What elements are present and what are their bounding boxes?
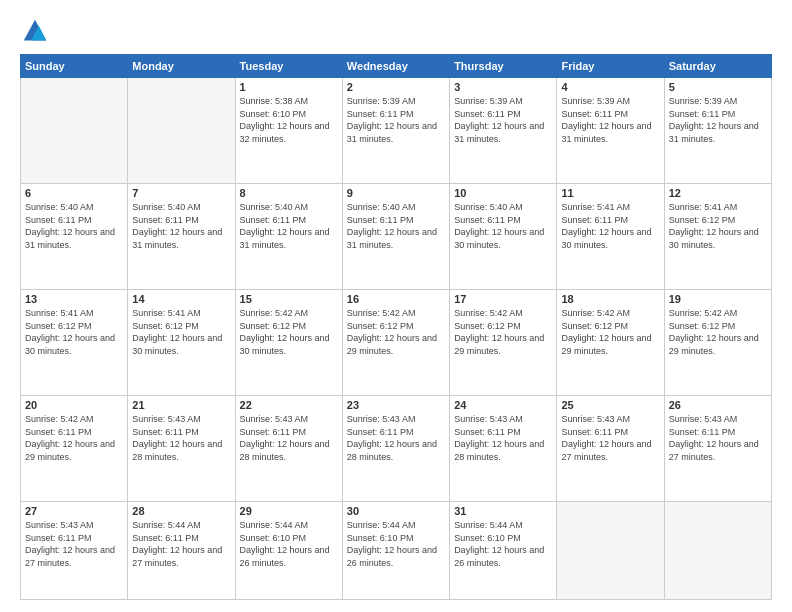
calendar-cell: 10Sunrise: 5:40 AM Sunset: 6:11 PM Dayli… [450,184,557,290]
day-info: Sunrise: 5:41 AM Sunset: 6:12 PM Dayligh… [25,307,123,357]
calendar-cell [557,502,664,600]
calendar-cell: 23Sunrise: 5:43 AM Sunset: 6:11 PM Dayli… [342,396,449,502]
day-info: Sunrise: 5:39 AM Sunset: 6:11 PM Dayligh… [669,95,767,145]
day-info: Sunrise: 5:43 AM Sunset: 6:11 PM Dayligh… [240,413,338,463]
day-number: 4 [561,81,659,93]
calendar-header-monday: Monday [128,55,235,78]
calendar-cell: 21Sunrise: 5:43 AM Sunset: 6:11 PM Dayli… [128,396,235,502]
day-info: Sunrise: 5:42 AM Sunset: 6:11 PM Dayligh… [25,413,123,463]
day-number: 22 [240,399,338,411]
day-info: Sunrise: 5:44 AM Sunset: 6:11 PM Dayligh… [132,519,230,569]
calendar-cell: 9Sunrise: 5:40 AM Sunset: 6:11 PM Daylig… [342,184,449,290]
day-number: 21 [132,399,230,411]
calendar-cell: 3Sunrise: 5:39 AM Sunset: 6:11 PM Daylig… [450,78,557,184]
day-info: Sunrise: 5:43 AM Sunset: 6:11 PM Dayligh… [669,413,767,463]
calendar-header-thursday: Thursday [450,55,557,78]
calendar-cell: 30Sunrise: 5:44 AM Sunset: 6:10 PM Dayli… [342,502,449,600]
day-number: 1 [240,81,338,93]
day-number: 3 [454,81,552,93]
calendar-cell: 20Sunrise: 5:42 AM Sunset: 6:11 PM Dayli… [21,396,128,502]
day-number: 28 [132,505,230,517]
calendar-cell: 15Sunrise: 5:42 AM Sunset: 6:12 PM Dayli… [235,290,342,396]
calendar-week-row: 20Sunrise: 5:42 AM Sunset: 6:11 PM Dayli… [21,396,772,502]
calendar-cell [664,502,771,600]
day-info: Sunrise: 5:44 AM Sunset: 6:10 PM Dayligh… [240,519,338,569]
day-number: 27 [25,505,123,517]
calendar-table: SundayMondayTuesdayWednesdayThursdayFrid… [20,54,772,600]
calendar-cell: 17Sunrise: 5:42 AM Sunset: 6:12 PM Dayli… [450,290,557,396]
day-info: Sunrise: 5:42 AM Sunset: 6:12 PM Dayligh… [669,307,767,357]
calendar-cell: 12Sunrise: 5:41 AM Sunset: 6:12 PM Dayli… [664,184,771,290]
calendar-header-friday: Friday [557,55,664,78]
calendar-header-sunday: Sunday [21,55,128,78]
calendar-cell: 29Sunrise: 5:44 AM Sunset: 6:10 PM Dayli… [235,502,342,600]
calendar-cell: 6Sunrise: 5:40 AM Sunset: 6:11 PM Daylig… [21,184,128,290]
calendar-week-row: 27Sunrise: 5:43 AM Sunset: 6:11 PM Dayli… [21,502,772,600]
calendar-header-tuesday: Tuesday [235,55,342,78]
day-info: Sunrise: 5:44 AM Sunset: 6:10 PM Dayligh… [347,519,445,569]
day-number: 2 [347,81,445,93]
day-number: 20 [25,399,123,411]
calendar-week-row: 1Sunrise: 5:38 AM Sunset: 6:10 PM Daylig… [21,78,772,184]
day-info: Sunrise: 5:44 AM Sunset: 6:10 PM Dayligh… [454,519,552,569]
calendar-header-wednesday: Wednesday [342,55,449,78]
day-info: Sunrise: 5:42 AM Sunset: 6:12 PM Dayligh… [454,307,552,357]
day-info: Sunrise: 5:40 AM Sunset: 6:11 PM Dayligh… [240,201,338,251]
day-info: Sunrise: 5:42 AM Sunset: 6:12 PM Dayligh… [347,307,445,357]
day-info: Sunrise: 5:42 AM Sunset: 6:12 PM Dayligh… [240,307,338,357]
day-number: 17 [454,293,552,305]
day-number: 8 [240,187,338,199]
logo-icon [20,16,50,46]
calendar-cell: 26Sunrise: 5:43 AM Sunset: 6:11 PM Dayli… [664,396,771,502]
day-number: 9 [347,187,445,199]
calendar-header-row: SundayMondayTuesdayWednesdayThursdayFrid… [21,55,772,78]
day-number: 7 [132,187,230,199]
day-info: Sunrise: 5:43 AM Sunset: 6:11 PM Dayligh… [561,413,659,463]
day-info: Sunrise: 5:39 AM Sunset: 6:11 PM Dayligh… [347,95,445,145]
calendar-cell: 19Sunrise: 5:42 AM Sunset: 6:12 PM Dayli… [664,290,771,396]
calendar-cell: 18Sunrise: 5:42 AM Sunset: 6:12 PM Dayli… [557,290,664,396]
calendar-week-row: 13Sunrise: 5:41 AM Sunset: 6:12 PM Dayli… [21,290,772,396]
day-info: Sunrise: 5:39 AM Sunset: 6:11 PM Dayligh… [454,95,552,145]
calendar-cell [21,78,128,184]
calendar-cell: 8Sunrise: 5:40 AM Sunset: 6:11 PM Daylig… [235,184,342,290]
calendar-cell: 22Sunrise: 5:43 AM Sunset: 6:11 PM Dayli… [235,396,342,502]
day-number: 16 [347,293,445,305]
day-number: 25 [561,399,659,411]
calendar-cell: 5Sunrise: 5:39 AM Sunset: 6:11 PM Daylig… [664,78,771,184]
day-info: Sunrise: 5:41 AM Sunset: 6:12 PM Dayligh… [669,201,767,251]
calendar-cell: 7Sunrise: 5:40 AM Sunset: 6:11 PM Daylig… [128,184,235,290]
day-info: Sunrise: 5:41 AM Sunset: 6:11 PM Dayligh… [561,201,659,251]
calendar-week-row: 6Sunrise: 5:40 AM Sunset: 6:11 PM Daylig… [21,184,772,290]
logo [20,16,54,46]
calendar-cell: 16Sunrise: 5:42 AM Sunset: 6:12 PM Dayli… [342,290,449,396]
day-number: 24 [454,399,552,411]
day-info: Sunrise: 5:38 AM Sunset: 6:10 PM Dayligh… [240,95,338,145]
day-info: Sunrise: 5:40 AM Sunset: 6:11 PM Dayligh… [454,201,552,251]
day-info: Sunrise: 5:40 AM Sunset: 6:11 PM Dayligh… [132,201,230,251]
day-info: Sunrise: 5:43 AM Sunset: 6:11 PM Dayligh… [132,413,230,463]
day-number: 6 [25,187,123,199]
day-number: 23 [347,399,445,411]
day-number: 31 [454,505,552,517]
day-number: 12 [669,187,767,199]
day-number: 29 [240,505,338,517]
day-info: Sunrise: 5:40 AM Sunset: 6:11 PM Dayligh… [347,201,445,251]
day-info: Sunrise: 5:43 AM Sunset: 6:11 PM Dayligh… [347,413,445,463]
day-info: Sunrise: 5:42 AM Sunset: 6:12 PM Dayligh… [561,307,659,357]
calendar-cell: 25Sunrise: 5:43 AM Sunset: 6:11 PM Dayli… [557,396,664,502]
day-info: Sunrise: 5:39 AM Sunset: 6:11 PM Dayligh… [561,95,659,145]
calendar-cell: 31Sunrise: 5:44 AM Sunset: 6:10 PM Dayli… [450,502,557,600]
day-info: Sunrise: 5:43 AM Sunset: 6:11 PM Dayligh… [25,519,123,569]
calendar-cell: 28Sunrise: 5:44 AM Sunset: 6:11 PM Dayli… [128,502,235,600]
calendar-header-saturday: Saturday [664,55,771,78]
calendar-cell: 1Sunrise: 5:38 AM Sunset: 6:10 PM Daylig… [235,78,342,184]
calendar-cell: 2Sunrise: 5:39 AM Sunset: 6:11 PM Daylig… [342,78,449,184]
day-info: Sunrise: 5:41 AM Sunset: 6:12 PM Dayligh… [132,307,230,357]
day-number: 26 [669,399,767,411]
day-info: Sunrise: 5:43 AM Sunset: 6:11 PM Dayligh… [454,413,552,463]
calendar-cell [128,78,235,184]
day-info: Sunrise: 5:40 AM Sunset: 6:11 PM Dayligh… [25,201,123,251]
day-number: 15 [240,293,338,305]
page: SundayMondayTuesdayWednesdayThursdayFrid… [0,0,792,612]
